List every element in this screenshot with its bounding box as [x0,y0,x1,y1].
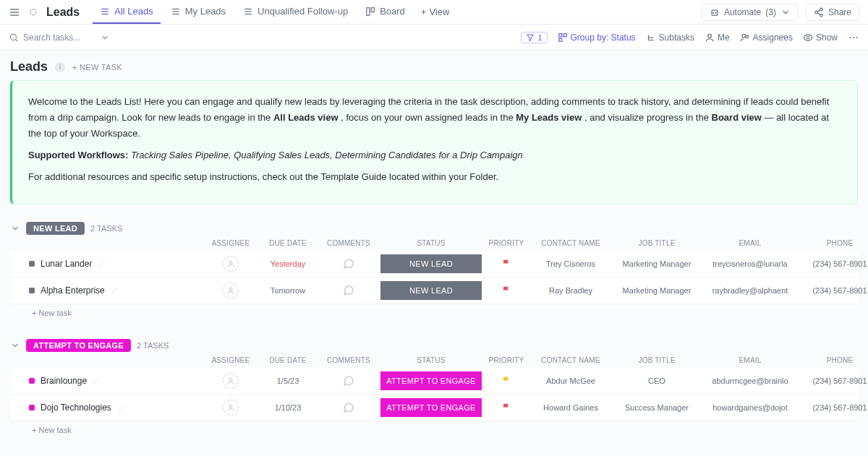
tab-unqualified[interactable]: Unqualified Follow-up [236,0,355,24]
col-comments[interactable]: COMMENTS [320,239,378,247]
group-status-pill[interactable]: NEW LEAD [26,222,85,235]
comments-button[interactable] [320,375,378,387]
col-contact[interactable]: CONTACT NAME [531,356,610,364]
dots-icon [848,32,859,43]
subtasks-button[interactable]: Subtasks [646,33,694,43]
breadcrumb-separator [27,7,39,18]
col-due[interactable]: DUE DATE [259,356,317,364]
intro-bold: Board view [712,112,762,123]
automate-button[interactable]: Automate (3) [702,4,799,21]
comments-button[interactable] [320,285,378,296]
edit-icon[interactable] [117,403,126,412]
filter-count-value: 1 [537,33,542,42]
due-date[interactable]: 1/10/23 [259,403,317,412]
status-square-icon [29,378,35,384]
col-due[interactable]: DUE DATE [259,239,317,247]
col-status[interactable]: STATUS [380,356,482,364]
status-badge[interactable]: ATTEMPT TO ENGAGE [380,398,482,417]
intro-card: Welcome to the Leads List! Here you can … [10,80,858,205]
search-icon [9,33,19,43]
new-task-row[interactable]: + New task [10,304,858,322]
person-icon [705,33,715,43]
table-row[interactable]: Brainlounge 1/5/23 ATTEMPT TO ENGAGE Abd… [10,368,858,395]
priority-flag[interactable] [485,403,528,413]
phone: (234) 567-8901 [800,403,868,412]
priority-flag[interactable] [485,285,528,296]
table-row[interactable]: Alpha Enterprise Tomorrow NEW LEAD Ray B… [10,278,858,304]
tab-all-leads[interactable]: All Leads [93,0,160,24]
status-square-icon [29,288,35,293]
edit-icon[interactable] [93,377,101,385]
status-badge[interactable]: NEW LEAD [380,281,482,300]
due-date[interactable]: Yesterday [259,259,317,268]
groupby-button[interactable]: Group by: Status [558,33,636,43]
col-comments[interactable]: COMMENTS [320,356,378,364]
me-label: Me [718,33,730,43]
info-icon[interactable]: i [55,62,65,72]
add-view-button[interactable]: + View [415,0,456,24]
col-email[interactable]: EMAIL [703,356,797,364]
contact-name: Abdur McGee [531,377,610,385]
col-assignee[interactable]: ASSIGNEE [205,356,256,364]
col-jobtitle[interactable]: JOB TITLE [613,356,700,364]
edit-icon[interactable] [98,259,106,268]
group-status-pill[interactable]: ATTEMPT TO ENGAGE [26,339,131,352]
assignee-avatar[interactable] [223,373,239,389]
chevron-down-icon [100,33,110,43]
new-task-button[interactable]: + NEW TASK [72,63,122,72]
priority-flag[interactable] [485,376,528,386]
edit-icon[interactable] [111,286,119,295]
col-email[interactable]: EMAIL [703,239,797,247]
table-row[interactable]: Dojo Technologies 1/10/23 ATTEMPT TO ENG… [10,395,858,421]
eye-icon [803,33,813,43]
col-phone[interactable]: PHONE [800,356,868,364]
svg-point-18 [820,8,823,10]
svg-point-19 [815,11,818,14]
assignee-avatar[interactable] [223,400,239,416]
comments-button[interactable] [320,402,378,413]
assignee-avatar[interactable] [223,283,239,298]
assignee-avatar[interactable] [223,256,239,272]
show-button[interactable]: Show [803,33,838,43]
chevron-down-icon[interactable] [10,223,20,233]
comments-button[interactable] [320,258,378,270]
status-badge[interactable]: NEW LEAD [380,254,482,273]
col-phone[interactable]: PHONE [800,239,868,247]
svg-marker-25 [527,35,534,41]
more-button[interactable] [848,32,859,43]
search-input[interactable]: Search tasks... [9,33,110,43]
share-button[interactable]: Share [806,4,859,21]
table-row[interactable]: Lunar Lander Yesterday NEW LEAD Trey Cis… [10,251,858,278]
col-priority[interactable]: PRIORITY [485,356,528,364]
column-headers: ASSIGNEE DUE DATE COMMENTS STATUS PRIORI… [10,355,858,368]
due-date[interactable]: Tomorrow [259,286,317,295]
col-contact[interactable]: CONTACT NAME [531,239,610,247]
col-status[interactable]: STATUS [380,239,482,247]
automate-count: (3) [765,7,776,17]
email: abdurmcgee@brainlo [703,377,797,385]
priority-flag[interactable] [485,259,528,269]
intro-bold: My Leads view [516,112,582,123]
col-priority[interactable]: PRIORITY [485,239,528,247]
chevron-down-icon[interactable] [10,340,20,350]
tab-my-leads[interactable]: My Leads [163,0,233,24]
filter-button[interactable]: 1 [521,32,547,43]
status-square-icon [29,405,35,410]
col-assignee[interactable]: ASSIGNEE [205,239,256,247]
menu-icon[interactable] [9,7,20,18]
column-headers: ASSIGNEE DUE DATE COMMENTS STATUS PRIORI… [10,238,858,251]
svg-point-48 [229,405,232,408]
assignees-button[interactable]: Assignees [740,33,793,43]
col-jobtitle[interactable]: JOB TITLE [613,239,700,247]
subtasks-label: Subtasks [659,33,694,43]
due-date[interactable]: 1/5/23 [259,377,317,385]
automate-label: Automate [724,7,761,17]
email: treycisneros@lunarla [703,259,797,268]
svg-point-42 [229,261,232,264]
new-task-row[interactable]: + New task [10,421,858,439]
me-button[interactable]: Me [705,33,730,43]
status-badge[interactable]: ATTEMPT TO ENGAGE [380,371,482,390]
status-group: ATTEMPT TO ENGAGE 2 TASKS ASSIGNEE DUE D… [10,339,858,439]
topbar: Leads All Leads My Leads Unqualified Fol… [0,0,868,25]
tab-board[interactable]: Board [358,0,412,24]
